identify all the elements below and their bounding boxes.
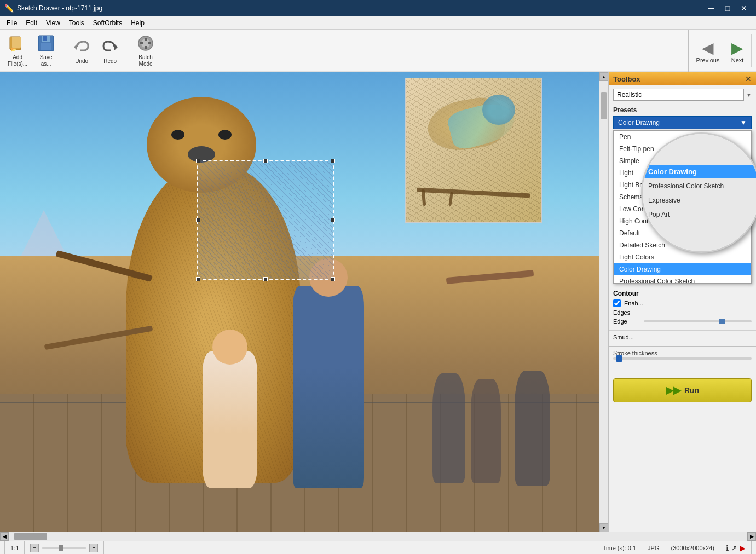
bg-person-1 bbox=[432, 373, 465, 483]
format-segment: JPG bbox=[642, 541, 665, 554]
window-controls: ─ □ ✕ bbox=[703, 2, 752, 14]
scroll-track-vertical[interactable] bbox=[599, 81, 608, 523]
run-button[interactable]: ▶▶ Run bbox=[613, 378, 752, 402]
scroll-thumb-vertical[interactable] bbox=[601, 92, 607, 119]
prev-label: Previous bbox=[696, 57, 720, 64]
batch-mode-icon bbox=[136, 33, 155, 53]
dimensions-value: (3000x2000x24) bbox=[671, 545, 714, 551]
menu-softorbits[interactable]: SoftOrbits bbox=[89, 16, 126, 29]
info-icons: ℹ ↗ ▶ bbox=[720, 541, 752, 554]
zoom-slider-thumb[interactable] bbox=[59, 545, 63, 551]
main-content: ▲ ▼ Toolbox ✕ bbox=[0, 72, 756, 541]
share-icon[interactable]: ↗ bbox=[731, 544, 737, 552]
enable-checkbox[interactable] bbox=[613, 299, 621, 307]
add-files-label: Add File(s)... bbox=[8, 54, 27, 67]
svg-rect-1 bbox=[12, 37, 21, 48]
dimensions-segment: (3000x2000x24) bbox=[665, 541, 720, 554]
main-photo bbox=[0, 72, 599, 532]
scroll-left-button[interactable]: ◀ bbox=[0, 532, 9, 541]
menu-file[interactable]: File bbox=[2, 16, 21, 29]
title-bar: ✏️ Sketch Drawer - otp-1711.jpg ─ □ ✕ bbox=[0, 0, 756, 16]
preset-section: Color Drawing ▼ Pen Felt-Tip pen Simple … bbox=[609, 115, 756, 130]
scroll-up-button[interactable]: ▲ bbox=[599, 72, 608, 81]
maximize-button[interactable]: □ bbox=[720, 2, 735, 14]
close-button[interactable]: ✕ bbox=[736, 2, 752, 14]
add-files-button[interactable]: 📂 Add File(s)... bbox=[4, 32, 31, 69]
scroll-right-button[interactable]: ▶ bbox=[747, 532, 756, 541]
undo-label: Undo bbox=[75, 58, 88, 64]
presets-label: Presets bbox=[609, 104, 756, 115]
stroke-slider-thumb[interactable] bbox=[616, 355, 622, 362]
batch-mode-button[interactable]: Batch Mode bbox=[132, 32, 159, 69]
preset-item-professional[interactable]: Professional Color Sketch bbox=[614, 275, 751, 284]
canvas-area[interactable] bbox=[0, 72, 599, 532]
zoom-segment: 1:1 bbox=[4, 541, 25, 554]
menu-edit[interactable]: Edit bbox=[21, 16, 42, 29]
youtube-icon[interactable]: ▶ bbox=[740, 544, 746, 552]
redo-icon bbox=[100, 37, 120, 57]
next-button[interactable]: ▶ Next bbox=[723, 32, 752, 70]
contour-row: Contour bbox=[613, 288, 752, 298]
edge-slider-thumb[interactable] bbox=[719, 319, 725, 324]
preset-dropdown-arrow: ▼ bbox=[740, 119, 747, 126]
app-icon: ✏️ bbox=[4, 4, 14, 13]
save-as-label: Save as... bbox=[40, 54, 53, 67]
edge-slider-row: Edge bbox=[613, 317, 752, 326]
scroll-track-horizontal[interactable] bbox=[9, 532, 747, 541]
horizontal-scrollbar[interactable]: ◀ ▶ bbox=[0, 532, 756, 541]
toolbar-separator-2 bbox=[128, 34, 128, 67]
canvas-wrap: ▲ ▼ Toolbox ✕ bbox=[0, 72, 756, 541]
svg-marker-8 bbox=[114, 44, 118, 50]
scroll-down-button[interactable]: ▼ bbox=[599, 523, 608, 532]
bg-person-2 bbox=[471, 379, 501, 483]
save-as-button[interactable]: Save as... bbox=[33, 32, 59, 69]
redo-button[interactable]: Redo bbox=[97, 32, 123, 69]
menu-view[interactable]: View bbox=[42, 16, 65, 29]
time-label: Time (s): 0.1 bbox=[603, 545, 636, 551]
enable-row: Enab... bbox=[613, 298, 752, 308]
undo-button[interactable]: Undo bbox=[68, 32, 95, 69]
settings-spacer bbox=[609, 361, 756, 372]
scroll-thumb-horizontal[interactable] bbox=[14, 533, 47, 540]
style-select[interactable]: Realistic Pencil Color Charcoal bbox=[613, 89, 744, 101]
zoom-out-button[interactable]: − bbox=[30, 544, 39, 552]
menu-help[interactable]: Help bbox=[126, 16, 149, 29]
style-select-arrow: ▼ bbox=[746, 92, 752, 98]
magnifier-inner: Color Drawing Professional Color Sketch … bbox=[643, 134, 756, 251]
svg-text:📂: 📂 bbox=[11, 47, 16, 52]
zoom-controls: − + bbox=[30, 544, 98, 552]
previous-button[interactable]: ◀ Previous bbox=[694, 32, 722, 70]
smudge-label: Smud... bbox=[613, 334, 634, 341]
stroke-thickness-label: Stroke thickness bbox=[613, 350, 752, 356]
vertical-scrollbar[interactable]: ▲ ▼ bbox=[599, 72, 608, 532]
zoom-controls-segment[interactable]: − + bbox=[25, 541, 104, 554]
minimize-button[interactable]: ─ bbox=[703, 2, 719, 14]
preset-item-color-drawing[interactable]: Color Drawing bbox=[614, 263, 751, 275]
preset-selected-display[interactable]: Color Drawing ▼ bbox=[613, 116, 752, 129]
stroke-thickness-slider[interactable] bbox=[613, 357, 752, 360]
run-label: Run bbox=[684, 386, 699, 395]
next-label: Next bbox=[731, 57, 744, 64]
bird-sketch bbox=[406, 78, 541, 222]
svg-rect-5 bbox=[41, 43, 51, 50]
nav-buttons: ◀ Previous ▶ Next bbox=[688, 30, 752, 72]
child-figure bbox=[203, 351, 257, 488]
window-title-area: ✏️ Sketch Drawer - otp-1711.jpg bbox=[4, 4, 102, 13]
svg-rect-12 bbox=[145, 46, 147, 49]
menu-tools[interactable]: Tools bbox=[65, 16, 89, 29]
menu-bar: File Edit View Tools SoftOrbits Help bbox=[0, 16, 756, 30]
toolbox: Toolbox ✕ Realistic Pencil Color Charcoa bbox=[608, 72, 756, 532]
toolbox-close-button[interactable]: ✕ bbox=[745, 74, 752, 83]
zoom-in-button[interactable]: + bbox=[89, 544, 98, 552]
info-icon[interactable]: ℹ bbox=[726, 544, 729, 552]
toolbox-header: Toolbox ✕ bbox=[609, 72, 756, 85]
preset-item-light-colors[interactable]: Light Colors bbox=[614, 251, 751, 263]
add-files-icon: 📂 bbox=[8, 33, 27, 53]
zoom-slider[interactable] bbox=[42, 547, 86, 549]
canvas-row: ▲ ▼ Toolbox ✕ bbox=[0, 72, 756, 541]
preset-selected-label: Color Drawing bbox=[618, 119, 660, 126]
edge-slider[interactable] bbox=[644, 320, 752, 322]
run-icon: ▶▶ bbox=[666, 384, 681, 396]
svg-rect-14 bbox=[148, 42, 151, 44]
svg-rect-13 bbox=[140, 42, 143, 44]
